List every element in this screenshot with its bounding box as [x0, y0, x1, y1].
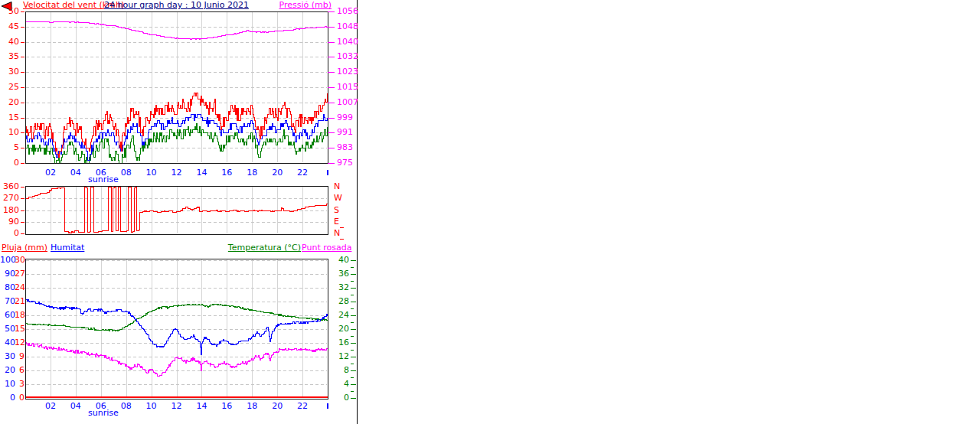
- wind-axis-tick-label: 15: [0, 114, 19, 122]
- humidity-axis-tick-label: 30: [0, 353, 15, 360]
- rain-axis-title: Pluja (mm): [2, 243, 47, 252]
- hour-tick-label: 08: [119, 403, 134, 410]
- temperature-axis-tick-label: 40: [329, 256, 349, 264]
- rain-axis-tick-label: 9: [15, 353, 24, 360]
- humidity-axis-tick-label: 70: [0, 298, 15, 305]
- wind-axis-tick-label: 0: [0, 159, 19, 167]
- temperature-axis-tick-label: 32: [329, 284, 349, 292]
- hour-tick-label: 02: [43, 403, 58, 410]
- hour-tick-label: 20: [270, 169, 285, 177]
- temperature-axis-tick-label: 24: [329, 311, 349, 319]
- direction-axis-tick-label: 90: [0, 218, 19, 226]
- charts-svg: [0, 0, 980, 424]
- humidity-axis-tick-label: 60: [0, 311, 15, 319]
- pressure-axis-tick-label: 1048: [337, 23, 358, 31]
- temperature-axis-tick-label: 4: [329, 380, 349, 388]
- direction-axis-tick-label: 180: [0, 207, 19, 214]
- temperature-axis-tick-label: 36: [329, 270, 349, 278]
- pressure-axis-tick-label: 1015: [337, 83, 358, 91]
- humidity-axis-tick-label: 20: [0, 367, 15, 374]
- window-divider: [357, 0, 358, 424]
- temperature-axis-tick-label: 16: [329, 339, 349, 347]
- pressure-axis-tick-label: 999: [337, 114, 353, 122]
- humidity-axis-tick-label: 0: [0, 394, 15, 402]
- hour-tick-label: 06: [93, 403, 109, 410]
- hour-tick-label: 08: [119, 169, 134, 177]
- rain-axis-tick-label: 18: [15, 311, 24, 319]
- direction-axis-tick-label: 270: [0, 194, 19, 202]
- rain-axis-tick-label: 12: [15, 339, 24, 347]
- pressure-axis-title: Pressió (mb): [178, 1, 332, 9]
- hour-tick-label: 12: [169, 169, 185, 177]
- compass-tick-label: N: [334, 183, 340, 191]
- weather-graphs-panel: Velocitat del vent (kmh) 24 hour graph d…: [0, 0, 980, 424]
- hour-tick-label: 12: [169, 403, 185, 410]
- pressure-axis-tick-label: 1056: [337, 8, 358, 15]
- axis-ticks: [21, 12, 356, 399]
- hour-tick-label: 22: [295, 169, 310, 177]
- humidity-axis-tick-label: 50: [0, 325, 15, 333]
- rain-axis-tick-label: 30: [15, 256, 24, 264]
- wind-axis-tick-label: 5: [0, 144, 19, 152]
- humidity-axis-tick-label: 100: [0, 256, 15, 264]
- pressure-axis-tick-label: 1032: [337, 53, 358, 60]
- hour-tick-label: 16: [219, 403, 234, 410]
- series-wind_min: [25, 124, 327, 164]
- hour-tick-label: 14: [194, 169, 209, 177]
- compass-tick-label: W: [334, 194, 342, 202]
- hour-tick-label: 14: [194, 403, 209, 410]
- pressure-axis-tick-label: 1007: [337, 99, 358, 106]
- hour-tick-label: 04: [68, 169, 83, 177]
- wind-axis-tick-label: 20: [0, 99, 19, 106]
- temperature-axis-tick-label: 12: [329, 353, 349, 360]
- hour-tick-label: 20: [270, 403, 285, 410]
- rain-axis-tick-label: 15: [15, 325, 24, 333]
- rain-axis-tick-label: 21: [15, 298, 24, 305]
- humidity-axis-title: Humitat: [51, 243, 84, 252]
- hour-tick-label: 18: [244, 403, 260, 410]
- pressure-axis-tick-label: 1040: [337, 38, 358, 46]
- clipped-end-label-top: [327, 170, 328, 175]
- rain-axis-tick-label: 6: [15, 367, 24, 374]
- hour-tick-label: 18: [244, 169, 260, 177]
- humidity-axis-tick-label: 80: [0, 284, 15, 292]
- hour-tick-label: 06: [93, 169, 109, 177]
- direction-axis-tick-label: 0: [0, 230, 19, 237]
- clipped-end-label-bottom: [327, 403, 328, 409]
- pressure-axis-tick-label: 1023: [337, 68, 358, 76]
- humidity-axis-tick-label: 10: [0, 380, 15, 388]
- hour-tick-label: 02: [43, 169, 58, 177]
- pressure-axis-tick-label: 983: [337, 144, 353, 152]
- temperature-axis-title: Temperatura (°C): [148, 243, 301, 252]
- wind-axis-tick-label: 25: [0, 83, 19, 91]
- temperature-axis-tick-label: 20: [329, 325, 349, 333]
- compass-tick-label: E: [334, 218, 339, 226]
- temperature-axis-tick-label: 28: [329, 298, 349, 305]
- hour-tick-label: 16: [219, 169, 234, 177]
- humidity-axis-tick-label: 90: [0, 270, 15, 278]
- humidity-axis-tick-label: 40: [0, 339, 15, 347]
- rain-axis-tick-label: 3: [15, 380, 24, 388]
- hour-tick-label: 22: [295, 403, 310, 410]
- hour-tick-label: 04: [68, 403, 83, 410]
- wind-axis-tick-label: 45: [0, 23, 19, 31]
- temperature-axis-tick-label: 8: [329, 367, 349, 374]
- wind-axis-tick-label: 35: [0, 53, 19, 60]
- compass-tick-label: S: [334, 207, 339, 214]
- pressure-axis-tick-label: 975: [337, 159, 353, 167]
- rain-axis-tick-label: 0: [15, 394, 24, 402]
- direction-axis-tick-label: 360: [0, 183, 19, 191]
- wind-axis-tick-label: 40: [0, 38, 19, 46]
- dewpoint-axis-title: Punt rosada: [302, 243, 351, 252]
- pressure-axis-tick-label: 991: [337, 129, 353, 136]
- rain-axis-tick-label: 24: [15, 284, 24, 292]
- hour-tick-label: 10: [144, 403, 159, 410]
- temperature-axis-tick-label: 0: [329, 394, 349, 402]
- wind-axis-tick-label: 30: [0, 68, 19, 76]
- wind-axis-tick-label: 50: [0, 8, 19, 15]
- gridlines: [26, 12, 327, 398]
- hour-tick-label: 10: [144, 169, 159, 177]
- compass-tick-label: N: [334, 230, 340, 237]
- wind-axis-tick-label: 10: [0, 129, 19, 136]
- rain-axis-tick-label: 27: [15, 270, 24, 278]
